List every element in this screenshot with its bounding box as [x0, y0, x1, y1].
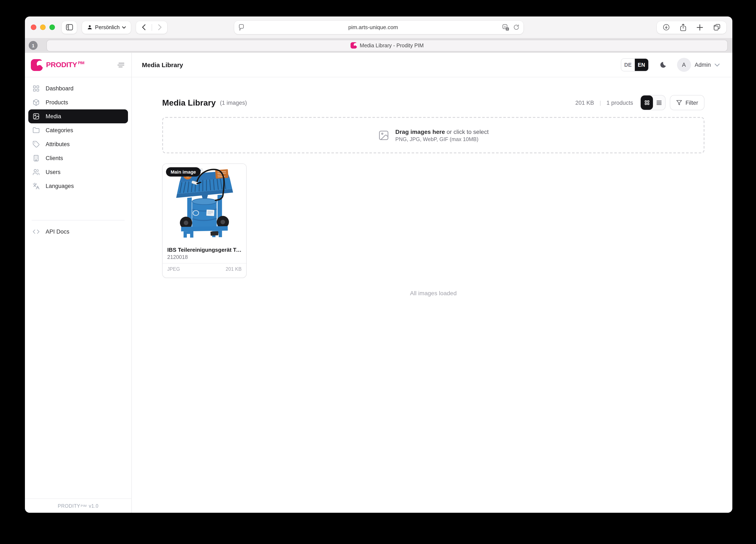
sidebar-item-api-docs[interactable]: API Docs [28, 225, 128, 239]
brand-name: PRODITYPIM [46, 61, 84, 69]
page-title: Media Library [142, 61, 183, 68]
sidebar-item-label: Dashboard [46, 85, 73, 92]
sidebar-item-label: Categories [46, 127, 73, 133]
main-area: Media Library DE EN A [132, 53, 732, 513]
sidebar-item-products[interactable]: Products [28, 95, 128, 109]
list-view-button[interactable] [653, 95, 665, 110]
total-size: 201 KB [575, 99, 594, 106]
sidebar-item-media[interactable]: Media [28, 109, 128, 123]
profile-menu-button[interactable]: Persönlich [82, 21, 131, 34]
favicon [351, 42, 357, 49]
svg-text:文: 文 [506, 27, 508, 30]
lang-en-button[interactable]: EN [635, 59, 648, 71]
zoom-window-button[interactable] [49, 24, 55, 30]
sidebar-item-label: Clients [46, 155, 63, 161]
new-tab-button[interactable] [696, 24, 703, 31]
sidebar: PRODITYPIM Dashboa [25, 53, 132, 513]
close-window-button[interactable] [31, 24, 36, 30]
user-name: Admin [695, 62, 711, 68]
browser-toolbar: Persönlich pi [25, 16, 732, 38]
download-icon [663, 24, 670, 31]
code-icon [33, 228, 40, 235]
page-icon [238, 24, 244, 30]
profile-label: Persönlich [95, 24, 120, 30]
media-sku: 2120018 [167, 254, 242, 260]
share-icon [680, 23, 686, 31]
minimize-window-button[interactable] [40, 24, 46, 30]
sidebar-item-categories[interactable]: Categories [28, 123, 128, 137]
upload-dropzone[interactable]: Drag images here or click to select PNG,… [162, 117, 704, 153]
lang-de-button[interactable]: DE [621, 59, 635, 71]
media-size: 201 KB [226, 267, 242, 272]
users-icon [33, 169, 40, 176]
media-format: JPEG [167, 267, 180, 272]
history-nav-group [136, 21, 167, 34]
moon-icon [659, 61, 667, 69]
plus-icon [696, 24, 703, 31]
sidebar-item-users[interactable]: Users [28, 165, 128, 179]
box-icon [33, 99, 40, 106]
page-settings-button[interactable] [238, 24, 244, 30]
footer-version: v1.0 [89, 503, 99, 508]
sidebar-nav: Dashboard Products [25, 77, 131, 239]
grid-view-icon [644, 100, 650, 106]
tab-count-badge[interactable]: 1 [29, 41, 38, 50]
sidebar-item-label: Products [46, 99, 68, 106]
filter-button[interactable]: Filter [670, 95, 704, 110]
end-of-list-message: All images loaded [162, 290, 704, 296]
dark-mode-button[interactable] [659, 61, 667, 69]
grid-view-button[interactable] [641, 95, 653, 110]
chevron-down-icon [122, 26, 126, 29]
folder-icon [33, 127, 40, 134]
reload-icon[interactable] [513, 24, 519, 30]
list-view-icon [656, 100, 662, 106]
card-footer: JPEG 201 KB [163, 263, 246, 275]
sidebar-item-label: Users [46, 169, 61, 175]
screen: Persönlich pi [0, 0, 756, 544]
share-button[interactable] [680, 23, 686, 31]
tab-overview-button[interactable] [713, 24, 721, 31]
person-icon [87, 24, 92, 30]
sidebar-item-dashboard[interactable]: Dashboard [28, 82, 128, 95]
media-title: IBS Teilereinigungsgerät Typ ... [167, 247, 242, 253]
back-button[interactable] [136, 21, 152, 34]
forward-button[interactable] [152, 21, 167, 34]
card-body: IBS Teilereinigungsgerät Typ ... 2120018… [163, 243, 246, 277]
sidebar-item-label: Media [46, 113, 61, 120]
sidebar-item-clients[interactable]: Clients [28, 151, 128, 165]
sidebar-item-languages[interactable]: Languages [28, 179, 128, 193]
chevron-right-icon [158, 24, 162, 30]
sidebar-item-label: Attributes [46, 141, 70, 147]
parts-cleaner-illustration [168, 166, 241, 243]
languages-icon [33, 182, 40, 190]
address-bar[interactable]: pim.arts-unique.com A 文 [234, 20, 523, 34]
active-tab[interactable]: Media Library - Prodity PIM [46, 39, 728, 51]
stat-divider: | [600, 99, 601, 106]
sidebar-item-label: Languages [46, 183, 74, 189]
dropzone-text: Drag images here or click to select [395, 128, 489, 135]
sidebar-item-label: API Docs [46, 228, 69, 235]
url-text[interactable]: pim.arts-unique.com [244, 24, 502, 30]
dashboard-grid-icon [33, 85, 40, 92]
view-toggle [640, 95, 666, 110]
downloads-button[interactable] [663, 24, 670, 31]
sidebar-collapse-button[interactable] [117, 62, 125, 67]
prodity-logo-icon [31, 59, 43, 71]
avatar: A [677, 58, 691, 72]
app: PRODITYPIM Dashboa [25, 53, 732, 513]
window-controls [31, 24, 55, 30]
svg-text:A: A [504, 25, 506, 28]
main-image-badge: Main image [166, 167, 201, 177]
sidebar-item-attributes[interactable]: Attributes [28, 137, 128, 151]
footer-brand: PRODITY [58, 503, 80, 508]
upload-image-icon [378, 129, 389, 141]
sidebar-toggle-button[interactable] [62, 21, 77, 34]
toolbar-right-group [657, 21, 726, 34]
language-toggle: DE EN [621, 58, 649, 71]
chevron-left-icon [142, 24, 146, 30]
brand-row: PRODITYPIM [25, 53, 131, 77]
image-count: (1 images) [220, 99, 247, 106]
translate-icon[interactable]: A 文 [502, 24, 509, 31]
media-card[interactable]: Main image [162, 163, 247, 278]
user-menu[interactable]: A Admin [677, 58, 720, 72]
